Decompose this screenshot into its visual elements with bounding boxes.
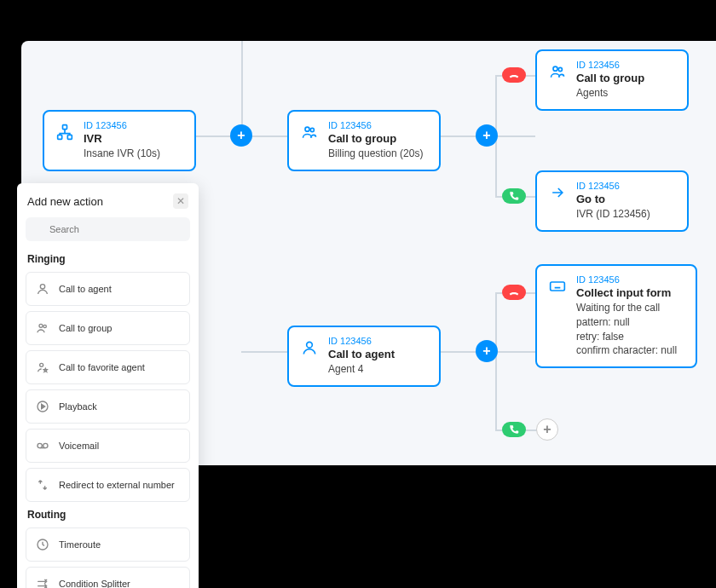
add-branch-button[interactable]: + [476, 124, 498, 147]
clock-icon [35, 537, 50, 552]
node-subtitle: Waiting for the call pattern: null retry… [576, 301, 677, 358]
action-label: Timeroute [59, 539, 101, 550]
add-action-panel: Add new action ✕ Ringing Call to agent C… [17, 183, 199, 588]
node-subtitle: Agents [576, 86, 644, 101]
connector [495, 75, 497, 135]
action-playback[interactable]: Playback [26, 389, 190, 424]
splitter-icon [35, 576, 50, 588]
node-agents[interactable]: ID 123456 Call to group Agents [535, 49, 689, 111]
action-label: Call to group [59, 323, 112, 333]
svg-point-15 [38, 443, 42, 447]
add-branch-button[interactable]: + [536, 418, 558, 441]
action-call-to-favorite-agent[interactable]: Call to favorite agent [26, 350, 190, 384]
connector [241, 351, 287, 353]
action-label: Voicemail [59, 441, 99, 451]
action-label: Call to favorite agent [59, 362, 145, 372]
answer-badge [502, 422, 526, 437]
connector [495, 135, 497, 196]
connector [495, 351, 497, 429]
agent-icon [35, 281, 50, 297]
node-subtitle: Insane IVR (10s) [84, 147, 160, 161]
answer-badge [502, 188, 526, 204]
svg-point-5 [553, 66, 557, 71]
voicemail-icon [35, 438, 50, 453]
svg-point-12 [43, 325, 46, 327]
node-title: Call to group [576, 72, 644, 84]
node-title: Collect input form [576, 286, 677, 299]
svg-point-4 [310, 128, 314, 131]
search-input[interactable] [26, 217, 190, 241]
add-branch-button[interactable]: + [230, 124, 252, 147]
svg-rect-1 [58, 135, 62, 139]
svg-point-8 [307, 342, 313, 348]
action-label: Call to agent [59, 284, 112, 294]
group-icon [35, 320, 50, 336]
node-id: ID 123456 [328, 120, 423, 130]
hangup-badge [502, 285, 526, 300]
svg-point-11 [39, 324, 43, 327]
svg-rect-0 [63, 125, 67, 130]
svg-rect-7 [551, 282, 565, 291]
agent-icon [299, 337, 320, 358]
action-condition-splitter[interactable]: Condition Splitter [26, 567, 190, 588]
action-redirect-external[interactable]: Redirect to external number [26, 468, 190, 502]
hangup-badge [502, 67, 526, 83]
action-call-to-agent[interactable]: Call to agent [26, 272, 190, 306]
keyboard-icon [547, 276, 568, 297]
svg-point-3 [305, 127, 309, 131]
svg-point-16 [43, 443, 48, 447]
action-call-to-group[interactable]: Call to group [26, 311, 190, 345]
node-id: ID 123456 [328, 336, 395, 346]
node-subtitle: IVR (ID 123456) [576, 207, 650, 222]
node-title: Go to [576, 193, 650, 205]
panel-title: Add new action [27, 195, 103, 208]
hierarchy-icon [55, 122, 75, 142]
node-collect[interactable]: ID 123456 Collect input form Waiting for… [535, 264, 697, 368]
group-icon [547, 61, 568, 82]
node-subtitle: Agent 4 [328, 362, 395, 377]
svg-point-6 [558, 67, 562, 71]
section-label-routing: Routing [27, 509, 190, 521]
connector [241, 41, 243, 135]
node-goto[interactable]: ID 123456 Go to IVR (ID 123456) [535, 170, 689, 232]
node-title: IVR [84, 132, 160, 145]
node-id: ID 123456 [576, 274, 677, 285]
node-title: Call to agent [328, 348, 395, 360]
action-label: Condition Splitter [59, 579, 130, 588]
playback-icon [35, 399, 50, 414]
node-subtitle: Billing question (20s) [328, 147, 423, 161]
group-icon [299, 122, 320, 142]
node-title: Call to group [328, 132, 423, 145]
action-label: Redirect to external number [59, 480, 175, 490]
node-id: ID 123456 [84, 120, 160, 130]
node-id: ID 123456 [576, 181, 650, 191]
action-label: Playback [59, 401, 97, 412]
node-billing[interactable]: ID 123456 Call to group Billing question… [287, 110, 441, 171]
node-ivr[interactable]: ID 123456 IVR Insane IVR (10s) [43, 110, 196, 171]
svg-rect-2 [67, 135, 72, 139]
add-branch-button[interactable]: + [476, 340, 498, 362]
section-label-ringing: Ringing [27, 253, 190, 265]
node-agent4[interactable]: ID 123456 Call to agent Agent 4 [287, 326, 441, 387]
close-button[interactable]: ✕ [173, 193, 188, 209]
svg-point-10 [40, 285, 44, 289]
action-voicemail[interactable]: Voicemail [26, 429, 190, 463]
arrow-right-icon [547, 182, 568, 203]
node-id: ID 123456 [576, 60, 644, 70]
svg-point-13 [40, 363, 43, 366]
favorite-agent-icon [35, 360, 50, 375]
redirect-icon [35, 477, 50, 493]
action-timeroute[interactable]: Timeroute [26, 527, 190, 562]
connector [495, 292, 497, 351]
